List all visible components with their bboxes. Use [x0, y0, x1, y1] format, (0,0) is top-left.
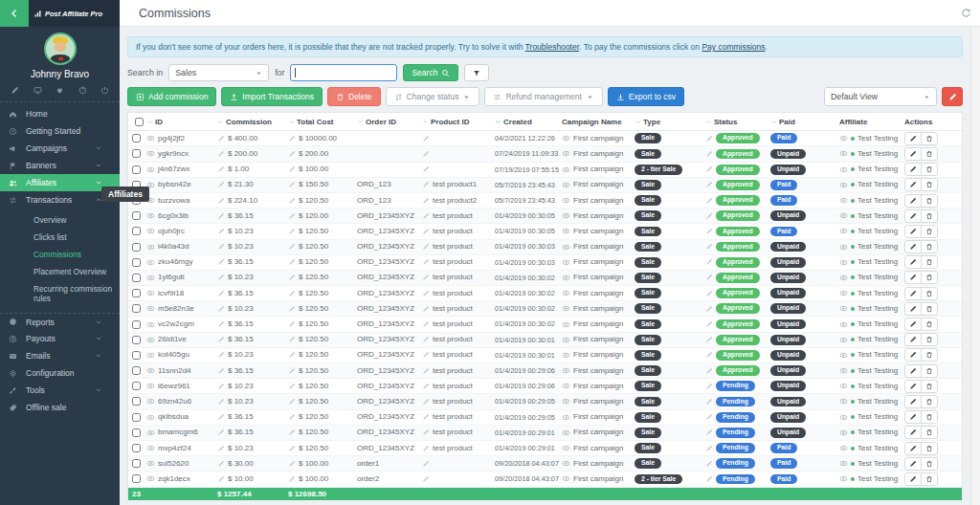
eye-icon[interactable] [146, 366, 155, 375]
pencil-icon[interactable] [288, 228, 296, 235]
eye-icon[interactable] [562, 474, 570, 483]
sidebar-item-campaigns[interactable]: Campaigns [0, 140, 120, 157]
pencil-icon[interactable] [217, 290, 225, 297]
pencil-icon[interactable] [422, 212, 430, 220]
column-header-product-id[interactable]: Product ID [419, 118, 492, 126]
pencil-icon[interactable] [705, 135, 713, 143]
scrollbar[interactable] [970, 27, 980, 505]
eye-icon[interactable] [562, 320, 570, 329]
edit-commission-button[interactable] [904, 132, 922, 145]
column-header-total-cost[interactable]: Total Cost [285, 118, 354, 126]
pencil-icon[interactable] [288, 243, 296, 251]
edit-commission-button[interactable] [904, 194, 922, 208]
pencil-icon[interactable] [217, 150, 225, 158]
row-checkbox[interactable] [132, 243, 141, 252]
pencil-icon[interactable] [705, 212, 713, 220]
pencil-icon[interactable] [422, 228, 430, 235]
eye-icon[interactable] [146, 304, 155, 313]
pencil-icon[interactable] [217, 197, 225, 205]
search-button[interactable]: Search [403, 64, 458, 81]
avatar[interactable] [44, 33, 77, 65]
sidebar-item-tools[interactable]: Tools [0, 382, 120, 399]
eye-icon[interactable] [146, 149, 155, 158]
eye-icon[interactable] [562, 351, 570, 360]
eye-icon[interactable] [146, 397, 155, 406]
delete-button[interactable]: Delete [327, 87, 381, 106]
edit-commission-button[interactable] [904, 395, 922, 408]
eye-icon[interactable] [562, 413, 570, 422]
eye-icon[interactable] [839, 459, 848, 468]
pencil-icon[interactable] [705, 445, 713, 452]
search-category-select[interactable]: Sales [168, 64, 269, 81]
pencil-icon[interactable] [422, 475, 430, 483]
eye-icon[interactable] [562, 196, 570, 205]
pencil-icon[interactable] [422, 274, 430, 281]
pencil-icon[interactable] [288, 258, 296, 266]
column-header-paid[interactable]: Paid [768, 118, 836, 126]
edit-commission-button[interactable] [904, 240, 922, 253]
sidebar-subitem-overview[interactable]: Overview [0, 211, 120, 229]
add-commission-button[interactable]: Add commission [127, 87, 216, 106]
sidebar-item-banners[interactable]: Banners [0, 157, 120, 174]
edit-commission-button[interactable] [904, 302, 922, 316]
pencil-icon[interactable] [705, 243, 713, 251]
delete-commission-button[interactable] [921, 442, 938, 455]
row-checkbox[interactable] [132, 149, 141, 158]
pencil-icon[interactable] [705, 150, 713, 158]
eye-icon[interactable] [839, 413, 848, 422]
edit-commission-button[interactable] [904, 380, 922, 393]
eye-icon[interactable] [839, 351, 848, 360]
pencil-icon[interactable] [422, 135, 430, 143]
pencil-icon[interactable] [288, 428, 296, 436]
eye-icon[interactable] [146, 134, 155, 143]
row-checkbox[interactable] [132, 413, 141, 422]
troubleshooter-link[interactable]: Troubleshooter [525, 42, 579, 52]
pencil-icon[interactable] [217, 320, 225, 328]
eye-icon[interactable] [839, 444, 848, 452]
pencil-icon[interactable] [705, 165, 713, 173]
eye-icon[interactable] [839, 243, 848, 252]
row-checkbox[interactable] [132, 258, 141, 267]
sidebar-item-offline-sale[interactable]: Offline sale [0, 399, 120, 416]
delete-commission-button[interactable] [921, 287, 938, 300]
pencil-icon[interactable] [422, 445, 430, 452]
row-checkbox[interactable] [132, 274, 141, 282]
pencil-icon[interactable] [11, 86, 19, 95]
eye-icon[interactable] [839, 382, 848, 390]
heart-icon[interactable] [56, 86, 64, 95]
row-checkbox[interactable] [132, 397, 141, 406]
pencil-icon[interactable] [288, 290, 296, 297]
pencil-icon[interactable] [288, 135, 296, 143]
pencil-icon[interactable] [217, 383, 225, 390]
delete-commission-button[interactable] [921, 209, 938, 223]
pencil-icon[interactable] [705, 398, 713, 406]
delete-commission-button[interactable] [921, 194, 938, 208]
eye-icon[interactable] [839, 165, 848, 174]
refund-management-button[interactable]: Refund management [484, 87, 602, 106]
eye-icon[interactable] [562, 382, 570, 390]
pencil-icon[interactable] [422, 351, 430, 359]
row-checkbox[interactable] [132, 211, 141, 220]
eye-icon[interactable] [146, 413, 155, 422]
pencil-icon[interactable] [288, 274, 296, 281]
edit-commission-button[interactable] [904, 255, 922, 269]
row-checkbox[interactable] [132, 474, 141, 483]
pencil-icon[interactable] [705, 258, 713, 266]
pencil-icon[interactable] [422, 243, 430, 251]
pencil-icon[interactable] [288, 398, 296, 406]
pencil-icon[interactable] [217, 398, 225, 406]
eye-icon[interactable] [562, 149, 570, 158]
eye-icon[interactable] [146, 351, 155, 360]
row-checkbox[interactable] [132, 165, 141, 174]
pencil-icon[interactable] [705, 274, 713, 281]
edit-commission-button[interactable] [904, 472, 922, 486]
pencil-icon[interactable] [705, 305, 713, 313]
sidebar-item-home[interactable]: Home [0, 105, 120, 122]
select-all-checkbox[interactable] [135, 118, 144, 126]
eye-icon[interactable] [562, 243, 570, 252]
eye-icon[interactable] [562, 181, 570, 189]
pencil-icon[interactable] [422, 258, 430, 266]
column-header-campaign-name[interactable]: Campaign Name [559, 118, 632, 126]
pencil-icon[interactable] [288, 197, 296, 205]
pencil-icon[interactable] [217, 228, 225, 235]
